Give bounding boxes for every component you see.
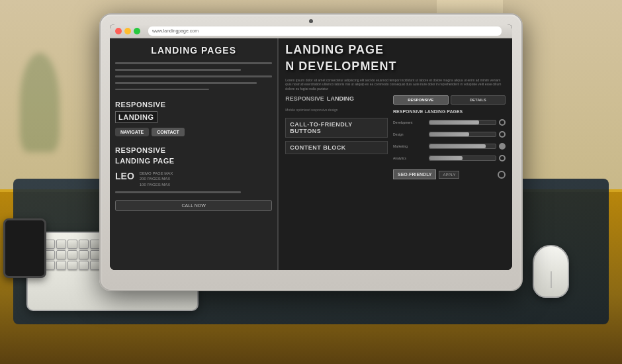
mouse-scroll-wheel	[551, 271, 551, 288]
feature-sub-desc: Mobile optimized responsive design	[285, 108, 388, 112]
screen-main: LANDING PAGES RESPONSIVE LANDING NAVIGAT…	[110, 38, 512, 270]
url-bar[interactable]: www.landingpage.com	[148, 26, 502, 36]
option-bar-fill-3	[429, 144, 486, 148]
main-heading-line1: LANDING PAGE	[285, 44, 506, 57]
option-row-3: Marketing	[393, 143, 506, 150]
key	[79, 261, 89, 270]
separator-line	[115, 82, 257, 84]
key	[56, 240, 66, 249]
separator-line	[115, 69, 241, 71]
responsive2-label: RESPONSIVE	[115, 146, 272, 154]
browser-bar: www.landingpage.com	[110, 24, 512, 38]
maximize-button[interactable]	[134, 28, 140, 34]
feature-box-2: CONTENT BLOCK	[285, 141, 388, 154]
seo-apply-button[interactable]: APPLY	[439, 171, 459, 179]
contact-button[interactable]: CONTACT	[152, 128, 185, 136]
tab-details[interactable]: DETAILS	[451, 95, 506, 105]
key	[67, 240, 77, 249]
features-column: RESPONSIVE LANDING Mobile optimized resp…	[285, 95, 388, 265]
option-label-2: Design	[393, 132, 426, 136]
navigate-button[interactable]: NAVIGATE	[115, 128, 149, 136]
option-radio-1[interactable]	[499, 119, 506, 126]
option-row-4: Analytics	[393, 155, 506, 161]
options-list-label: RESPONSIVE LANDING PAGES	[393, 109, 506, 114]
minimize-button[interactable]	[124, 28, 131, 34]
feature1-subtitle: BUTTONS	[290, 128, 383, 134]
right-panel: LANDING PAGE N DEVELOPMENT Lorem ipsum d…	[279, 38, 512, 270]
key	[56, 261, 66, 270]
option-bar-2	[429, 132, 496, 137]
options-tabs: RESPONSIVE DETAILS	[393, 95, 506, 105]
tablet-device	[3, 218, 46, 278]
feature1-title: CALL-TO-FRIENDLY	[290, 121, 383, 128]
options-column: RESPONSIVE DETAILS RESPONSIVE LANDING PA…	[393, 95, 506, 265]
monitor: www.landingpage.com LANDING PAGES	[99, 13, 523, 291]
separator-line	[115, 62, 272, 64]
url-text: www.landingpage.com	[152, 28, 199, 33]
screen-content: www.landingpage.com LANDING PAGES	[110, 24, 512, 270]
seo-badge: SEO-FRIENDLY	[393, 169, 436, 179]
option-radio-2[interactable]	[499, 131, 506, 138]
camera-dot	[309, 19, 313, 23]
seo-row: SEO-FRIENDLY APPLY	[393, 169, 506, 179]
description-text: Lorem ipsum dolor sit amet consectetur a…	[285, 78, 506, 91]
option-radio-3[interactable]	[499, 143, 506, 150]
key	[79, 240, 89, 249]
landing-label: LANDING	[115, 111, 157, 123]
option-radio-4[interactable]	[499, 155, 506, 161]
responsive-section-label: RESPONSIVE	[285, 95, 324, 102]
option-bar-fill-1	[429, 120, 479, 124]
key	[56, 250, 66, 259]
leo-desc1: DEMO PAGE MAX	[140, 171, 273, 176]
separator-line	[115, 89, 209, 90]
option-row-1: Development	[393, 119, 506, 126]
leo-label: LEO	[115, 171, 134, 181]
footer-cta-button[interactable]: CALL NOW	[115, 200, 272, 211]
plant-shadow	[20, 53, 60, 152]
left-panel: LANDING PAGES RESPONSIVE LANDING NAVIGAT…	[110, 38, 279, 270]
leo-desc2: 200 PAGES MAX	[140, 176, 273, 181]
option-label-1: Development	[393, 120, 426, 124]
feature2-title: CONTENT BLOCK	[290, 144, 383, 151]
separator-line	[115, 75, 272, 77]
seo-radio[interactable]	[498, 171, 506, 179]
key	[67, 250, 77, 259]
monitor-bezel: www.landingpage.com LANDING PAGES	[99, 13, 523, 291]
option-label-3: Marketing	[393, 144, 426, 148]
option-label-4: Analytics	[393, 156, 426, 160]
mouse	[533, 245, 569, 298]
leo-section: LEO DEMO PAGE MAX 200 PAGES MAX 100 PAGE…	[115, 171, 272, 187]
landing-page2-label: LANDING PAGE	[115, 157, 272, 165]
leo-desc3: 100 PAGES MAX	[140, 182, 273, 187]
landing-section-label: LANDING	[327, 95, 354, 102]
close-button[interactable]	[115, 28, 122, 34]
key	[67, 261, 77, 270]
main-content-area: RESPONSIVE LANDING Mobile optimized resp…	[285, 95, 506, 265]
responsive-label: RESPONSIVE	[115, 101, 272, 109]
option-bar-3	[429, 144, 496, 149]
key	[79, 250, 89, 259]
main-heading-line2: N DEVELOPMENT	[285, 60, 506, 73]
cta-button-row: NAVIGATE CONTACT	[115, 128, 272, 136]
option-bar-1	[429, 120, 496, 125]
option-row-2: Design	[393, 131, 506, 138]
option-bar-fill-4	[429, 156, 463, 160]
option-bar-4	[429, 156, 496, 161]
tab-responsive[interactable]: RESPONSIVE	[393, 95, 449, 105]
separator-line	[115, 191, 241, 193]
left-panel-title: LANDING PAGES	[115, 45, 272, 56]
leo-description: DEMO PAGE MAX 200 PAGES MAX 100 PAGES MA…	[140, 171, 273, 187]
feature-box-1: CALL-TO-FRIENDLY BUTTONS	[285, 118, 388, 138]
monitor-screen-area: www.landingpage.com LANDING PAGES	[110, 24, 512, 270]
option-bar-fill-2	[429, 132, 469, 136]
